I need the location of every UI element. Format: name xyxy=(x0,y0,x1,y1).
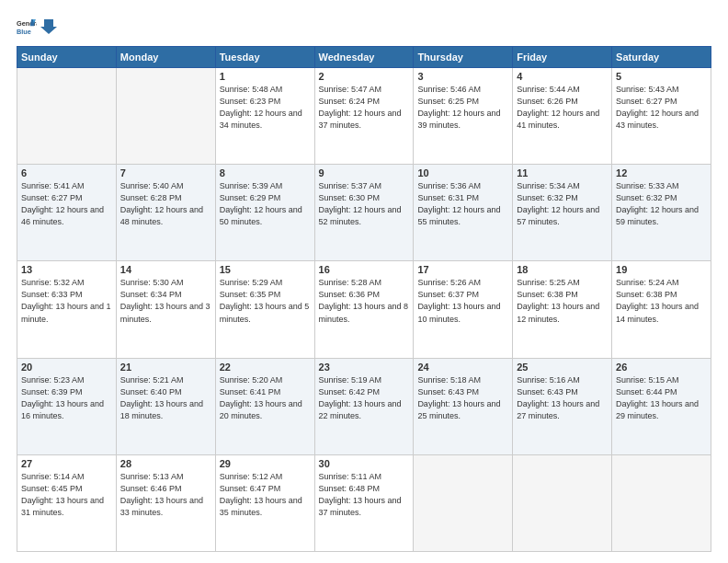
calendar-cell: 18Sunrise: 5:25 AMSunset: 6:38 PMDayligh… xyxy=(513,261,612,358)
day-number: 18 xyxy=(517,264,608,275)
weekday-header-monday: Monday xyxy=(116,47,215,68)
day-info: Sunrise: 5:25 AMSunset: 6:38 PMDaylight:… xyxy=(517,277,608,325)
calendar-cell: 6Sunrise: 5:41 AMSunset: 6:27 PMDaylight… xyxy=(17,165,117,261)
day-info: Sunrise: 5:48 AMSunset: 6:23 PMDaylight:… xyxy=(220,84,311,132)
day-info: Sunrise: 5:37 AMSunset: 6:30 PMDaylight:… xyxy=(319,180,410,228)
calendar-week-row: 6Sunrise: 5:41 AMSunset: 6:27 PMDaylight… xyxy=(17,165,711,261)
calendar-cell: 16Sunrise: 5:28 AMSunset: 6:36 PMDayligh… xyxy=(314,261,414,358)
calendar-cell: 3Sunrise: 5:46 AMSunset: 6:25 PMDaylight… xyxy=(414,68,513,165)
day-number: 6 xyxy=(21,167,112,178)
calendar-cell: 17Sunrise: 5:26 AMSunset: 6:37 PMDayligh… xyxy=(414,261,513,358)
calendar-cell xyxy=(414,454,513,551)
calendar-cell: 26Sunrise: 5:15 AMSunset: 6:44 PMDayligh… xyxy=(612,358,711,454)
logo: General Blue xyxy=(17,17,57,37)
calendar-cell: 12Sunrise: 5:33 AMSunset: 6:32 PMDayligh… xyxy=(612,165,711,261)
calendar-cell xyxy=(116,68,215,165)
day-number: 30 xyxy=(319,458,410,469)
day-number: 20 xyxy=(21,362,112,373)
calendar-week-row: 27Sunrise: 5:14 AMSunset: 6:45 PMDayligh… xyxy=(17,454,711,551)
calendar-cell: 29Sunrise: 5:12 AMSunset: 6:47 PMDayligh… xyxy=(215,454,314,551)
calendar-cell: 24Sunrise: 5:18 AMSunset: 6:43 PMDayligh… xyxy=(414,358,513,454)
calendar-cell: 22Sunrise: 5:20 AMSunset: 6:41 PMDayligh… xyxy=(215,358,314,454)
header: General Blue xyxy=(17,17,711,37)
calendar-cell: 13Sunrise: 5:32 AMSunset: 6:33 PMDayligh… xyxy=(17,261,117,358)
day-number: 21 xyxy=(120,362,211,373)
day-number: 29 xyxy=(220,458,311,469)
day-number: 16 xyxy=(319,264,410,275)
calendar-cell: 11Sunrise: 5:34 AMSunset: 6:32 PMDayligh… xyxy=(513,165,612,261)
calendar-week-row: 13Sunrise: 5:32 AMSunset: 6:33 PMDayligh… xyxy=(17,261,711,358)
day-info: Sunrise: 5:12 AMSunset: 6:47 PMDaylight:… xyxy=(220,471,311,519)
calendar-cell: 4Sunrise: 5:44 AMSunset: 6:26 PMDaylight… xyxy=(513,68,612,165)
day-number: 25 xyxy=(517,362,608,373)
weekday-header-sunday: Sunday xyxy=(17,47,117,68)
day-info: Sunrise: 5:21 AMSunset: 6:40 PMDaylight:… xyxy=(120,374,211,422)
day-info: Sunrise: 5:39 AMSunset: 6:29 PMDaylight:… xyxy=(220,180,311,228)
day-info: Sunrise: 5:19 AMSunset: 6:42 PMDaylight:… xyxy=(319,374,410,422)
calendar: SundayMondayTuesdayWednesdayThursdayFrid… xyxy=(17,46,711,552)
day-info: Sunrise: 5:34 AMSunset: 6:32 PMDaylight:… xyxy=(517,180,608,228)
calendar-cell: 30Sunrise: 5:11 AMSunset: 6:48 PMDayligh… xyxy=(314,454,414,551)
day-number: 7 xyxy=(120,167,211,178)
day-number: 2 xyxy=(319,71,410,82)
calendar-cell: 2Sunrise: 5:47 AMSunset: 6:24 PMDaylight… xyxy=(314,68,414,165)
day-info: Sunrise: 5:11 AMSunset: 6:48 PMDaylight:… xyxy=(319,471,410,519)
day-number: 9 xyxy=(319,167,410,178)
day-info: Sunrise: 5:23 AMSunset: 6:39 PMDaylight:… xyxy=(21,374,112,422)
calendar-cell: 25Sunrise: 5:16 AMSunset: 6:43 PMDayligh… xyxy=(513,358,612,454)
day-number: 12 xyxy=(616,167,707,178)
day-info: Sunrise: 5:13 AMSunset: 6:46 PMDaylight:… xyxy=(120,471,211,519)
day-number: 23 xyxy=(319,362,410,373)
day-info: Sunrise: 5:26 AMSunset: 6:37 PMDaylight:… xyxy=(417,277,508,325)
calendar-cell: 5Sunrise: 5:43 AMSunset: 6:27 PMDaylight… xyxy=(612,68,711,165)
weekday-header-thursday: Thursday xyxy=(414,47,513,68)
logo-icon: General Blue xyxy=(17,17,37,37)
day-number: 8 xyxy=(220,167,311,178)
day-info: Sunrise: 5:14 AMSunset: 6:45 PMDaylight:… xyxy=(21,471,112,519)
weekday-header-row: SundayMondayTuesdayWednesdayThursdayFrid… xyxy=(17,47,711,68)
weekday-header-tuesday: Tuesday xyxy=(215,47,314,68)
day-number: 27 xyxy=(21,458,112,469)
weekday-header-wednesday: Wednesday xyxy=(314,47,414,68)
page: General Blue SundayMondayT xyxy=(0,0,728,563)
day-number: 15 xyxy=(220,264,311,275)
calendar-cell xyxy=(513,454,612,551)
calendar-week-row: 20Sunrise: 5:23 AMSunset: 6:39 PMDayligh… xyxy=(17,358,711,454)
day-number: 11 xyxy=(517,167,608,178)
day-info: Sunrise: 5:32 AMSunset: 6:33 PMDaylight:… xyxy=(21,277,112,325)
day-number: 26 xyxy=(616,362,707,373)
day-info: Sunrise: 5:36 AMSunset: 6:31 PMDaylight:… xyxy=(417,180,508,228)
day-number: 22 xyxy=(220,362,311,373)
calendar-cell: 19Sunrise: 5:24 AMSunset: 6:38 PMDayligh… xyxy=(612,261,711,358)
calendar-cell: 1Sunrise: 5:48 AMSunset: 6:23 PMDaylight… xyxy=(215,68,314,165)
calendar-cell: 28Sunrise: 5:13 AMSunset: 6:46 PMDayligh… xyxy=(116,454,215,551)
logo-arrow-icon xyxy=(40,17,57,36)
day-info: Sunrise: 5:30 AMSunset: 6:34 PMDaylight:… xyxy=(120,277,211,325)
day-number: 17 xyxy=(417,264,508,275)
calendar-cell: 27Sunrise: 5:14 AMSunset: 6:45 PMDayligh… xyxy=(17,454,117,551)
day-number: 28 xyxy=(120,458,211,469)
day-info: Sunrise: 5:16 AMSunset: 6:43 PMDaylight:… xyxy=(517,374,608,422)
calendar-cell: 8Sunrise: 5:39 AMSunset: 6:29 PMDaylight… xyxy=(215,165,314,261)
day-number: 13 xyxy=(21,264,112,275)
day-number: 10 xyxy=(417,167,508,178)
day-number: 1 xyxy=(220,71,311,82)
day-number: 5 xyxy=(616,71,707,82)
day-info: Sunrise: 5:43 AMSunset: 6:27 PMDaylight:… xyxy=(616,84,707,132)
weekday-header-friday: Friday xyxy=(513,47,612,68)
day-info: Sunrise: 5:29 AMSunset: 6:35 PMDaylight:… xyxy=(220,277,311,325)
svg-text:Blue: Blue xyxy=(17,28,31,36)
calendar-week-row: 1Sunrise: 5:48 AMSunset: 6:23 PMDaylight… xyxy=(17,68,711,165)
day-info: Sunrise: 5:28 AMSunset: 6:36 PMDaylight:… xyxy=(319,277,410,325)
calendar-cell: 14Sunrise: 5:30 AMSunset: 6:34 PMDayligh… xyxy=(116,261,215,358)
calendar-cell: 7Sunrise: 5:40 AMSunset: 6:28 PMDaylight… xyxy=(116,165,215,261)
calendar-cell xyxy=(17,68,117,165)
weekday-header-saturday: Saturday xyxy=(612,47,711,68)
day-info: Sunrise: 5:46 AMSunset: 6:25 PMDaylight:… xyxy=(417,84,508,132)
day-info: Sunrise: 5:47 AMSunset: 6:24 PMDaylight:… xyxy=(319,84,410,132)
calendar-cell: 21Sunrise: 5:21 AMSunset: 6:40 PMDayligh… xyxy=(116,358,215,454)
day-info: Sunrise: 5:18 AMSunset: 6:43 PMDaylight:… xyxy=(417,374,508,422)
calendar-cell: 20Sunrise: 5:23 AMSunset: 6:39 PMDayligh… xyxy=(17,358,117,454)
calendar-cell: 15Sunrise: 5:29 AMSunset: 6:35 PMDayligh… xyxy=(215,261,314,358)
day-info: Sunrise: 5:24 AMSunset: 6:38 PMDaylight:… xyxy=(616,277,707,325)
